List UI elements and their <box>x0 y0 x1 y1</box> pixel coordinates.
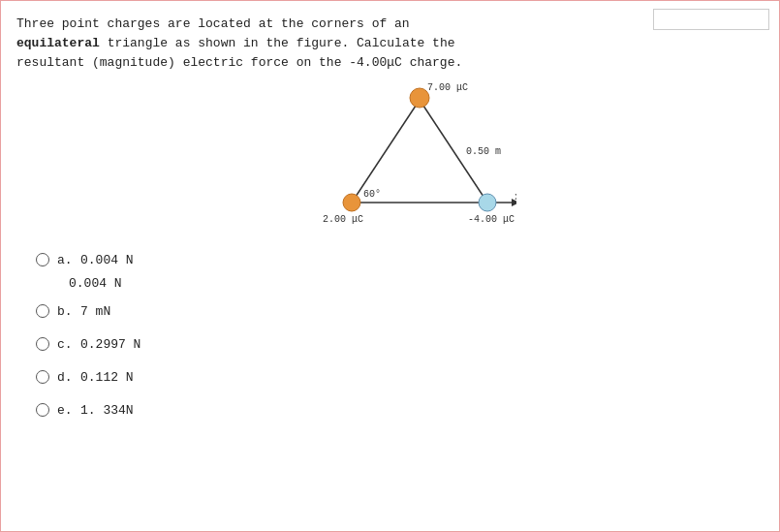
label-b: b. <box>57 304 73 319</box>
svg-point-5 <box>410 88 429 108</box>
label-e: e. <box>57 403 73 418</box>
svg-point-6 <box>343 194 360 211</box>
option-row-c: c. 0.2997 N <box>16 328 764 360</box>
radio-a[interactable] <box>36 253 49 266</box>
question-line2-post: triangle as shown in the figure. Calcula… <box>100 36 455 50</box>
value-d: 0.112 N <box>80 370 134 385</box>
label-a: a. <box>57 253 73 267</box>
option-row-d: d. 0.112 N <box>16 360 764 393</box>
radio-e[interactable] <box>36 403 49 417</box>
svg-text:2.00 μC: 2.00 μC <box>323 214 363 225</box>
value-a: 0.004 N <box>80 253 134 267</box>
question-text: Three point charges are located at the c… <box>16 15 764 73</box>
options-area: a. 0.004 N 0.004 N b. 7 mN c. 0.2997 N d… <box>16 243 764 426</box>
question-bold: equilateral <box>16 36 100 50</box>
label-d: d. <box>57 370 73 385</box>
radio-c[interactable] <box>36 337 49 351</box>
radio-b[interactable] <box>36 304 49 318</box>
option-row-b: b. 7 mN <box>16 295 764 328</box>
option-row-e: e. 1. 334N <box>16 393 764 426</box>
svg-line-0 <box>352 100 420 203</box>
svg-text:7.00 μC: 7.00 μC <box>427 82 468 93</box>
figure-area: 7.00 μC 0.50 m 60° x 2.00 μC -4.00 μC <box>75 78 764 234</box>
top-right-input[interactable] <box>653 9 769 30</box>
question-line1: Three point charges are located at the c… <box>16 16 410 31</box>
svg-text:60°: 60° <box>363 189 381 200</box>
option-row-a: a. 0.004 N <box>16 243 764 276</box>
svg-text:0.50 m: 0.50 m <box>466 146 501 157</box>
svg-text:x: x <box>515 192 516 203</box>
radio-d[interactable] <box>36 370 49 384</box>
option-a-sub: 0.004 N <box>69 276 764 295</box>
value-e: 1. 334N <box>80 403 134 418</box>
label-c: c. <box>57 337 73 352</box>
svg-point-7 <box>479 194 496 211</box>
value-b: 7 mN <box>80 304 110 319</box>
triangle-diagram: 7.00 μC 0.50 m 60° x 2.00 μC -4.00 μC <box>323 78 516 234</box>
question-container: Three point charges are located at the c… <box>0 0 780 532</box>
svg-text:-4.00 μC: -4.00 μC <box>468 214 515 225</box>
value-c: 0.2997 N <box>80 337 140 352</box>
question-line3: resultant (magnitude) electric force on … <box>16 55 462 70</box>
